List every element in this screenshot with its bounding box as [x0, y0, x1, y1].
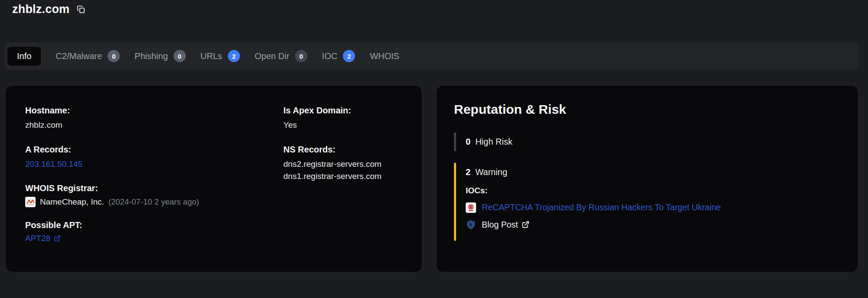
- tab-open-dir-label: Open Dir: [255, 51, 289, 61]
- tab-whois[interactable]: WHOIS: [370, 51, 399, 61]
- a-record-link[interactable]: 203.161.50.145: [25, 159, 82, 169]
- tab-bar: Info C2/Malware 0 Phishing 0 URLs 2 Open…: [4, 43, 858, 70]
- shield-favicon: [466, 219, 476, 230]
- tab-c2-malware-count-badge: 0: [108, 50, 120, 62]
- registrar-name: NameCheap, Inc.: [40, 197, 104, 207]
- tab-c2-malware-label: C2/Malware: [56, 51, 102, 61]
- high-risk-count: 0: [466, 137, 470, 147]
- tab-urls-count-badge: 2: [228, 50, 240, 62]
- ns-record-value-1: dns2.registrar-servers.com: [283, 158, 404, 171]
- external-link-icon: [522, 221, 529, 228]
- apt-link-label: APT28: [25, 234, 50, 243]
- apt-link[interactable]: APT28: [25, 234, 61, 243]
- ns-record-value-2: dns1.registrar-servers.com: [283, 170, 404, 183]
- info-column-right: Is Apex Domain: Yes NS Records: dns2.reg…: [283, 106, 404, 256]
- ioc-article-link[interactable]: ReCAPTCHA Trojanized By Russian Hackers …: [482, 202, 721, 213]
- whois-registrar-field: WHOIS Registrar: NameCheap, Inc. (2024-0…: [25, 183, 283, 207]
- is-apex-domain-label: Is Apex Domain:: [283, 106, 404, 116]
- tab-ioc[interactable]: IOC 2: [322, 50, 355, 62]
- is-apex-domain-value: Yes: [283, 119, 404, 132]
- hostname-label: Hostname:: [25, 106, 283, 116]
- namecheap-favicon: [25, 197, 36, 207]
- warning-label: Warning: [475, 167, 507, 177]
- tab-info[interactable]: Info: [7, 47, 41, 66]
- possible-apt-field: Possible APT: APT28: [25, 220, 283, 243]
- iocs-label: IOCs:: [466, 186, 841, 195]
- possible-apt-label: Possible APT:: [25, 220, 283, 230]
- registrar-date-note: (2024-07-10 2 years ago): [108, 197, 199, 207]
- a-records-field: A Records: 203.161.50.145: [25, 145, 283, 171]
- is-apex-domain-field: Is Apex Domain: Yes: [283, 106, 404, 132]
- ns-records-field: NS Records: dns2.registrar-servers.com d…: [283, 145, 404, 183]
- warning-count: 2: [466, 167, 470, 177]
- high-risk-section: 0 High Risk: [454, 132, 841, 151]
- reputation-risk-card: Reputation & Risk 0 High Risk 2 Warning …: [436, 85, 858, 272]
- news-site-favicon: [466, 202, 476, 213]
- tab-whois-label: WHOIS: [370, 51, 399, 61]
- tab-open-dir-count-badge: 0: [295, 50, 307, 62]
- hostname-value: zhblz.com: [25, 119, 283, 132]
- domain-report-page: { "header": { "title": "zhblz.com", "cop…: [0, 0, 868, 298]
- ioc-item: ReCAPTCHA Trojanized By Russian Hackers …: [466, 202, 841, 213]
- tab-phishing-label: Phishing: [135, 51, 168, 61]
- ns-records-label: NS Records:: [283, 145, 404, 155]
- domain-info-grid: Hostname: zhblz.com A Records: 203.161.5…: [25, 106, 404, 256]
- tab-c2-malware[interactable]: C2/Malware 0: [56, 50, 120, 62]
- a-records-label: A Records:: [25, 145, 283, 155]
- tab-phishing[interactable]: Phishing 0: [135, 50, 186, 62]
- high-risk-label: High Risk: [475, 137, 513, 147]
- reputation-card-title: Reputation & Risk: [454, 102, 841, 117]
- tab-info-label: Info: [17, 51, 31, 61]
- whois-registrar-label: WHOIS Registrar:: [25, 183, 283, 193]
- info-column-left: Hostname: zhblz.com A Records: 203.161.5…: [25, 106, 283, 256]
- tab-phishing-count-badge: 0: [174, 50, 186, 62]
- tab-urls[interactable]: URLs 2: [201, 50, 240, 62]
- tab-ioc-label: IOC: [322, 51, 338, 61]
- blog-post-link-label: Blog Post: [482, 220, 518, 230]
- warning-section: 2 Warning IOCs: ReCAPTCHA Trojanized By …: [454, 163, 841, 241]
- external-link-icon: [54, 235, 61, 242]
- page-title: zhblz.com: [12, 3, 69, 16]
- blog-post-link[interactable]: Blog Post: [482, 220, 529, 230]
- copy-icon[interactable]: [76, 4, 86, 14]
- page-header: zhblz.com: [12, 3, 86, 16]
- tab-urls-label: URLs: [201, 51, 222, 61]
- tab-ioc-count-badge: 2: [343, 50, 355, 62]
- domain-info-card: Hostname: zhblz.com A Records: 203.161.5…: [5, 85, 422, 272]
- hostname-field: Hostname: zhblz.com: [25, 106, 283, 132]
- ioc-item: Blog Post: [466, 219, 841, 230]
- tab-open-dir[interactable]: Open Dir 0: [255, 50, 307, 62]
